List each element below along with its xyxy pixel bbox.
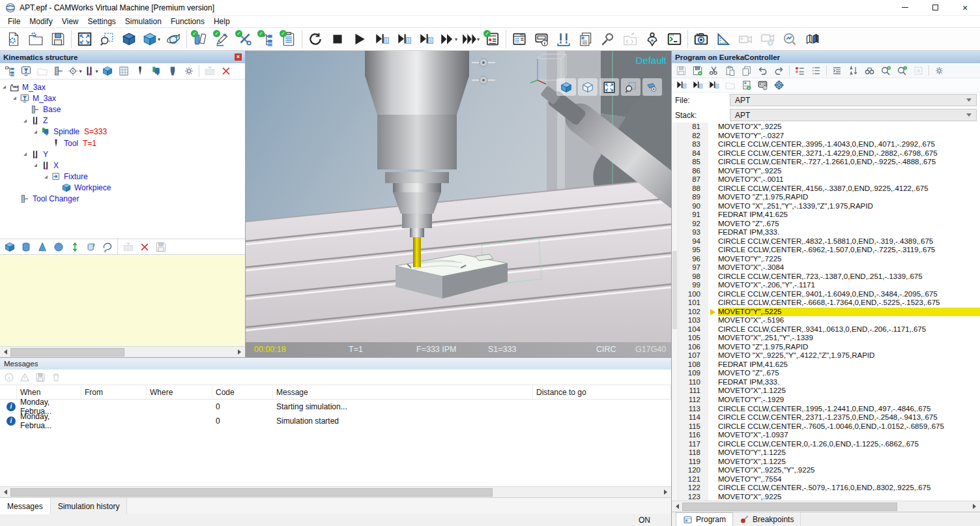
program-line-122[interactable]: 122CIRCLE CCLW,CENTER,-.5079,-.1716,0,EN… xyxy=(678,484,980,493)
scroll-right-icon[interactable] xyxy=(235,347,245,357)
step-cycle-button[interactable] xyxy=(393,29,415,50)
program-line-88[interactable]: 88CIRCLE CCLW,CENTER,.4156,-.3387,0,END,… xyxy=(678,184,980,194)
program-line-105[interactable]: 105MOVETO"X",.251,"Y",-.1339 xyxy=(678,334,980,343)
expander-icon[interactable] xyxy=(34,164,40,167)
save-messages-button[interactable] xyxy=(33,370,48,384)
analysis-button[interactable] xyxy=(779,29,801,50)
rotary-axis-button[interactable]: ▾ xyxy=(66,64,83,78)
program-line-101[interactable]: 101CIRCLE CCLW,CENTER,-.6668,-1.7364,0,E… xyxy=(678,299,980,308)
file-combobox[interactable]: APT xyxy=(730,94,977,106)
menu-simulation[interactable]: Simulation xyxy=(121,16,166,27)
diagnostics-button[interactable] xyxy=(597,29,619,50)
vp-view-tool-button[interactable] xyxy=(642,78,662,96)
find-previous-button[interactable] xyxy=(894,64,910,78)
step-operation-button[interactable] xyxy=(415,29,437,50)
program-line-87[interactable]: 87MOVETO"X",-.0011 xyxy=(678,175,980,184)
program-line-113[interactable]: 113CIRCLE CCLW,CENTER,.1995,-1.2441,0,EN… xyxy=(678,405,980,414)
zoom-extents-button[interactable] xyxy=(74,29,96,50)
column-header-message[interactable]: Message xyxy=(273,385,533,399)
setup-sheet-button[interactable]: ✓ xyxy=(278,29,300,50)
step-block-button[interactable] xyxy=(371,29,393,50)
tree-node-fixture[interactable]: Fixture xyxy=(0,171,245,183)
program-line-86[interactable]: 86MOVETO"Y",.9225 xyxy=(678,167,980,176)
dropdown-caret[interactable]: ▾ xyxy=(455,37,457,42)
menu-functions[interactable]: Functions xyxy=(166,16,209,27)
open-program-button[interactable] xyxy=(722,79,738,92)
stack-combobox[interactable]: APT xyxy=(730,109,977,121)
tab-program[interactable]: Program xyxy=(676,512,733,526)
program-line-104[interactable]: 104CIRCLE CCLW,CENTER,.9341,.0613,0,END,… xyxy=(678,325,980,334)
dropdown-caret[interactable]: ▾ xyxy=(158,37,160,42)
tree-node-tool-changer[interactable]: Tool Changer xyxy=(0,194,245,205)
expander-icon[interactable] xyxy=(23,119,29,123)
run-step-block-button[interactable] xyxy=(673,79,689,92)
run-step-cycle-button[interactable] xyxy=(689,79,706,92)
expander-icon[interactable] xyxy=(23,153,29,156)
machine-setup-button[interactable]: ✓ xyxy=(189,29,211,50)
tree-node-m-3ax[interactable]: M_3ax xyxy=(0,93,245,104)
tree-node-z[interactable]: Z xyxy=(0,115,245,126)
find-button[interactable] xyxy=(861,64,878,78)
tree-node-base[interactable]: Base xyxy=(0,104,245,115)
redo-button[interactable] xyxy=(771,64,787,78)
grid-button[interactable] xyxy=(115,64,132,78)
tree-node-tool[interactable]: ToolT=1 xyxy=(0,138,245,149)
import-component-button[interactable] xyxy=(201,64,218,78)
program-line-96[interactable]: 96MOVETO"Y",.7225 xyxy=(678,255,980,264)
machine-info-button[interactable] xyxy=(530,29,553,50)
scroll-thumb[interactable] xyxy=(10,488,493,497)
program-line-123[interactable]: 123MOVETO"X",.9225 xyxy=(678,493,980,501)
menu-file[interactable]: File xyxy=(3,16,25,27)
vp-iso-view-button[interactable] xyxy=(556,78,576,96)
program-line-109[interactable]: 109MOVETO "Z",.675 xyxy=(678,369,980,378)
tree-node-workpiece[interactable]: Workpiece xyxy=(0,183,245,194)
new-file-button[interactable] xyxy=(3,29,25,50)
compare-stock-button[interactable] xyxy=(801,29,823,50)
maximize-button[interactable] xyxy=(920,0,950,15)
close-button[interactable]: × xyxy=(950,0,980,15)
move-shape-button[interactable] xyxy=(66,240,83,254)
add-cylinder-button[interactable] xyxy=(18,240,34,254)
vp-cube-view-button[interactable] xyxy=(578,78,598,96)
copy-button[interactable] xyxy=(738,64,755,78)
program-line-121[interactable]: 121MOVETO"Y",.7554 xyxy=(678,475,980,484)
program-line-114[interactable]: 114CIRCLE CCLW,CENTER,.2371,-1.2375,0,EN… xyxy=(678,413,980,422)
program-line-108[interactable]: 108FEDRAT IPM,41.625 xyxy=(678,360,980,370)
spindle-node-button[interactable] xyxy=(148,64,164,78)
kinematics-settings-button[interactable] xyxy=(180,64,197,78)
shape-edit-area[interactable] xyxy=(0,255,245,346)
column-header-when[interactable]: When xyxy=(17,385,81,399)
reset-simulation-button[interactable] xyxy=(304,29,326,50)
program-line-115[interactable]: 115CIRCLE CCLW,CENTER,-.7605,-1.0046,0,E… xyxy=(678,422,980,431)
goto-current-line-button[interactable] xyxy=(771,79,787,92)
operator-view-button[interactable] xyxy=(641,29,663,50)
column-header-where[interactable]: Where xyxy=(147,385,212,399)
expander-icon[interactable] xyxy=(34,130,40,134)
menu-modify[interactable]: Modify xyxy=(25,16,57,27)
delete-shape-button[interactable] xyxy=(136,240,152,254)
menu-settings[interactable]: Settings xyxy=(83,16,120,27)
console-button[interactable] xyxy=(663,29,685,50)
base-component-button[interactable] xyxy=(50,64,66,78)
program-display-button[interactable] xyxy=(755,79,771,92)
edit-program-button[interactable]: ✓ xyxy=(211,29,233,50)
menu-view[interactable]: View xyxy=(57,16,83,27)
sort-ab-button[interactable] xyxy=(845,64,861,78)
save-button[interactable] xyxy=(47,29,69,50)
program-line-116[interactable]: 116MOVETO"X",-1.0937 xyxy=(678,431,980,440)
program-line-107[interactable]: 107MOVETO "X",.9225,"Y",.4122,"Z",1.975,… xyxy=(678,351,980,360)
fast-forward-button[interactable]: ▾ xyxy=(437,29,459,50)
program-line-118[interactable]: 118MOVETO"Y",1.1225 xyxy=(678,448,980,458)
dropdown-caret[interactable]: ▾ xyxy=(79,68,81,74)
add-cone-button[interactable] xyxy=(34,240,50,254)
record-video-button[interactable] xyxy=(734,29,757,50)
simulation-report-button[interactable]: ✓ xyxy=(482,29,504,50)
program-line-94[interactable]: 94CIRCLE CCLW,CENTER,.4832,-1.5881,0,END… xyxy=(678,237,980,246)
line-list-button[interactable] xyxy=(808,64,824,78)
cut-button[interactable] xyxy=(706,64,722,78)
import-shape-button[interactable] xyxy=(120,240,136,254)
process-structure-button[interactable]: ✓ xyxy=(255,29,278,50)
column-header-distance-to-go[interactable]: Distance to go xyxy=(533,385,671,399)
expander-icon[interactable] xyxy=(44,175,50,179)
filter-info-button[interactable] xyxy=(1,370,17,384)
